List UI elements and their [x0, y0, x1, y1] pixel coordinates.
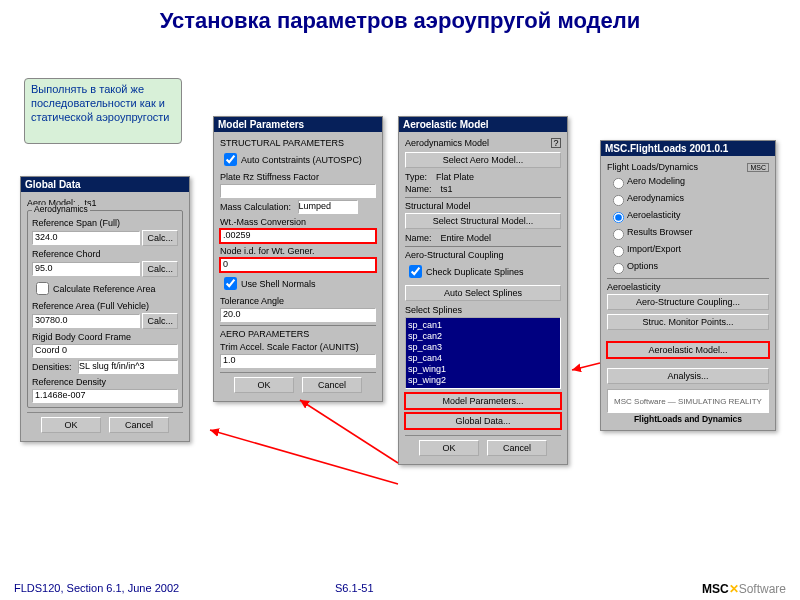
flightloads-logo-text: FlightLoads and Dynamics: [607, 414, 769, 424]
info-icon[interactable]: ?: [551, 138, 561, 148]
params-cancel-button[interactable]: Cancel: [302, 377, 362, 393]
trim-scale-label: Trim Accel. Scale Factor (AUNITS): [220, 342, 376, 352]
aeroelastic-titlebar: Aeroelastic Model: [399, 117, 567, 132]
svg-line-0: [572, 363, 600, 370]
footer-left: FLDS120, Section 6.1, June 2002: [14, 582, 179, 594]
plate-rz-input[interactable]: [220, 184, 376, 198]
flightloads-window: MSC.FlightLoads 2001.0.1 Flight Loads/Dy…: [600, 140, 776, 431]
list-item: sp_wing1: [408, 364, 558, 375]
aeroelastic-model-button[interactable]: Aeroelastic Model...: [607, 342, 769, 358]
msc-badge-icon: MSC: [747, 163, 769, 172]
auto-constraints-label: Auto Contstraints (AUTOSPC): [241, 155, 362, 165]
ref-area-input[interactable]: 30780.0: [32, 314, 140, 328]
instruction-note: Выполнять в такой же последовательности …: [24, 78, 182, 144]
model-parameters-button[interactable]: Model Parameters...: [405, 393, 561, 409]
ref-density-label: Reference Density: [32, 377, 178, 387]
ref-area-calc-button[interactable]: Calc...: [142, 313, 178, 329]
params-ok-button[interactable]: OK: [234, 377, 294, 393]
opt-import-export: Import/Export: [627, 244, 681, 254]
wt-mass-input[interactable]: .00259: [220, 229, 376, 243]
opt-options: Options: [627, 261, 658, 271]
opt-aero-modeling: Aero Modeling: [627, 176, 685, 186]
aero-cancel-button[interactable]: Cancel: [487, 440, 547, 456]
aero-type-label: Type:: [405, 172, 427, 182]
ref-area-label: Reference Area (Full Vehicle): [32, 301, 178, 311]
analysis-button[interactable]: Analysis...: [607, 368, 769, 384]
node-id-label: Node i.d. for Wt. Gener.: [220, 246, 376, 256]
ref-density-input[interactable]: 1.1468e-007: [32, 389, 178, 403]
wt-mass-label: Wt.-Mass Conversion: [220, 217, 376, 227]
list-item: sp_wing2: [408, 375, 558, 386]
select-splines-label: Select Splines: [405, 305, 561, 315]
flightloads-titlebar: MSC.FlightLoads 2001.0.1: [601, 141, 775, 156]
aero-structure-coupling-button[interactable]: Aero-Structure Coupling...: [607, 294, 769, 310]
node-id-input[interactable]: 0: [220, 258, 376, 272]
auto-select-splines-button[interactable]: Auto Select Splines: [405, 285, 561, 301]
opt-aeroelasticity: Aeroelasticity: [627, 210, 681, 220]
ref-chord-input[interactable]: 95.0: [32, 262, 140, 276]
splines-listbox[interactable]: sp_can1 sp_can2 sp_can3 sp_can4 sp_wing1…: [405, 317, 561, 389]
rb-frame-label: Rigid Body Coord Frame: [32, 332, 178, 342]
footer-mid: S6.1-51: [335, 582, 374, 594]
shell-normals-checkbox[interactable]: [224, 277, 237, 290]
tol-angle-label: Tolerance Angle: [220, 296, 376, 306]
ref-span-calc-button[interactable]: Calc...: [142, 230, 178, 246]
opt-results: Results Browser: [627, 227, 693, 237]
check-dup-splines-checkbox[interactable]: [409, 265, 422, 278]
list-item: sp_can1: [408, 320, 558, 331]
svg-line-2: [210, 430, 398, 484]
calc-ref-area-label: Calculate Reference Area: [53, 284, 156, 294]
select-structural-model-button[interactable]: Select Structural Model...: [405, 213, 561, 229]
aerodynamics-group-legend: Aerodynamics: [32, 205, 90, 214]
calc-ref-area-checkbox[interactable]: [36, 282, 49, 295]
aero-name-value: ts1: [441, 184, 453, 194]
slide-title: Установка параметров аэроупругой модели: [0, 8, 800, 34]
ref-span-label: Reference Span (Full): [32, 218, 178, 228]
svg-line-1: [300, 400, 398, 463]
plate-rz-label: Plate Rz Stiffness Factor: [220, 172, 376, 182]
list-item: sp_can4: [408, 353, 558, 364]
struct-name-label: Name:: [405, 233, 432, 243]
tol-angle-input[interactable]: 20.0: [220, 308, 376, 322]
aero-model-header: Aerodynamics Model: [405, 138, 489, 148]
aero-name-label: Name:: [405, 184, 432, 194]
flight-loads-section: Flight Loads/Dynamics: [607, 162, 698, 172]
aero-params-section: AERO PARAMETERS: [220, 329, 376, 339]
aeroelastic-model-window: Aeroelastic Model Aerodynamics Model? Se…: [398, 116, 568, 465]
struct-name-value: Entire Model: [441, 233, 492, 243]
aero-type-value: Flat Plate: [436, 172, 474, 182]
global-data-button[interactable]: Global Data...: [405, 413, 561, 429]
mass-calc-select[interactable]: Lumped: [298, 200, 358, 214]
struct-monitor-points-button[interactable]: Struc. Monitor Points...: [607, 314, 769, 330]
check-dup-splines-label: Check Duplicate Splines: [426, 267, 524, 277]
global-data-titlebar: Global Data: [21, 177, 189, 192]
auto-constraints-checkbox[interactable]: [224, 153, 237, 166]
densities-select[interactable]: SL slug ft/in/in^3: [78, 360, 178, 374]
global-data-window: Global Data Aero Model: ts1 Aerodynamics…: [20, 176, 190, 442]
ref-chord-label: Reference Chord: [32, 249, 178, 259]
list-item: sp_can2: [408, 331, 558, 342]
model-params-window: Model Parameters STRUCTURAL PARAMETERS A…: [213, 116, 383, 402]
ref-chord-calc-button[interactable]: Calc...: [142, 261, 178, 277]
coupling-header: Aero-Structural Coupling: [405, 250, 561, 260]
global-cancel-button[interactable]: Cancel: [109, 417, 169, 433]
structural-params-section: STRUCTURAL PARAMETERS: [220, 138, 376, 148]
aero-ok-button[interactable]: OK: [419, 440, 479, 456]
ref-span-input[interactable]: 324.0: [32, 231, 140, 245]
module-radio-group[interactable]: Aero Modeling Aerodynamics Aeroelasticit…: [607, 174, 769, 275]
rb-frame-input[interactable]: Coord 0: [32, 344, 178, 358]
msc-software-logo: MSC Software — SIMULATING REALITY: [607, 389, 769, 413]
footer-logo: MSC✕Software: [702, 582, 786, 596]
global-ok-button[interactable]: OK: [41, 417, 101, 433]
trim-scale-input[interactable]: 1.0: [220, 354, 376, 368]
structural-model-header: Structural Model: [405, 201, 561, 211]
mass-calc-label: Mass Calculation:: [220, 202, 291, 212]
aeroelasticity-section: Aeroelasticity: [607, 282, 769, 292]
densities-label: Densities:: [32, 362, 72, 372]
select-aero-model-button[interactable]: Select Aero Model...: [405, 152, 561, 168]
model-params-titlebar: Model Parameters: [214, 117, 382, 132]
opt-aerodynamics: Aerodynamics: [627, 193, 684, 203]
list-item: sp_can3: [408, 342, 558, 353]
shell-normals-label: Use Shell Normals: [241, 279, 316, 289]
